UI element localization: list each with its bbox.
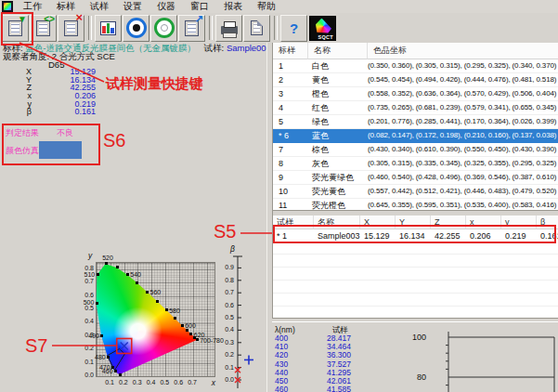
horizontal-separator	[272, 318, 558, 322]
tristimulus-label: Z	[0, 84, 32, 92]
menu-item[interactable]: 报表	[216, 0, 250, 13]
standard-id: 3	[273, 87, 308, 100]
tristimulus-label: β	[0, 108, 32, 116]
standard-row[interactable]: 7 棕色 (0.430, 0.340), (0.610, 0.390), (0.…	[273, 143, 558, 157]
diagram-label: 0.7	[218, 289, 234, 296]
diagram-label: 0.5	[80, 305, 94, 312]
filled-target-icon	[126, 18, 147, 38]
color-swatch	[39, 141, 82, 159]
standard-id: 1	[273, 59, 308, 72]
standard-row[interactable]: 8 灰色 (0.305, 0.315), (0.335, 0.345), (0.…	[273, 157, 558, 171]
print-preview-button[interactable]	[243, 15, 270, 42]
diagram-label: 0.4	[146, 379, 157, 386]
diagram-label: 540	[130, 271, 141, 279]
menu-item[interactable]: 窗口	[183, 0, 216, 13]
diagram-label: 0.1	[218, 364, 234, 372]
standard-row[interactable]: 5 绿色 (0.201, 0.776), (0.285, 0.441), (0.…	[273, 115, 558, 129]
locus-point	[126, 273, 129, 276]
diagram-label: 0.4	[80, 318, 94, 325]
standard-row[interactable]: 4 红色 (0.735, 0.265), (0.681, 0.239), (0.…	[273, 101, 558, 115]
diagram-label: 520	[102, 255, 113, 262]
standard-row[interactable]: * 6 蓝色 (0.082, 0.147), (0.172, 0.198), (…	[273, 129, 558, 143]
menu-item[interactable]: 设置	[116, 0, 149, 13]
diagram-label: 0.9	[218, 264, 234, 271]
delete-record-button[interactable]: ×	[58, 15, 84, 42]
standard-row[interactable]: 2 黄色 (0.545, 0.454), (0.494, 0.426), (0.…	[273, 73, 558, 87]
standard-name-cell: 棕色	[308, 143, 368, 156]
col-name: 名称	[308, 43, 368, 59]
standard-navigate-button[interactable]: <>	[30, 15, 57, 42]
diagram-label: 0.3	[80, 332, 94, 339]
sqct-button[interactable]: SQCT	[309, 16, 336, 41]
standard-id: 9	[273, 171, 308, 184]
locus-point	[189, 333, 192, 335]
diagram-label: 0.8	[218, 277, 234, 284]
locus-point	[181, 324, 184, 327]
spectral-chart	[272, 320, 558, 392]
help-button[interactable]: ?	[280, 15, 307, 42]
standard-name-cell: 荧光黄色	[308, 185, 368, 198]
locus-point	[119, 373, 122, 376]
export-button[interactable]: ↗	[178, 15, 205, 42]
standard-id: 4	[273, 101, 308, 114]
diagram-label: 0.2	[218, 351, 234, 359]
annotation-shortcut-text: 试样测量快捷键	[106, 75, 203, 93]
cross-icon: ×	[75, 13, 83, 22]
standard-row[interactable]: 3 橙色 (0.558, 0.352), (0.636, 0.364), (0.…	[273, 87, 558, 101]
locus-point	[174, 317, 176, 320]
standard-id: 8	[273, 157, 308, 170]
annotation-s7: S7	[25, 335, 47, 357]
print-button[interactable]	[215, 15, 242, 42]
diagram-label: β	[230, 245, 235, 253]
locus-point	[196, 338, 199, 341]
locus-point	[96, 302, 98, 305]
menu-item[interactable]: 仪器	[149, 0, 183, 13]
sce-mode-button[interactable]	[150, 15, 177, 42]
tristimulus-value: 0.161	[32, 108, 98, 116]
locus-point	[97, 273, 99, 276]
diagram-label: 0.0	[80, 372, 94, 379]
annotation-box-sample-row	[273, 225, 556, 243]
locus-point	[136, 281, 138, 284]
standard-id: 10	[273, 185, 308, 198]
menu-item[interactable]: 工作	[16, 0, 49, 13]
diagram-label: x	[212, 379, 215, 386]
standard-row[interactable]: 10 荧光黄色 (0.557, 0.442), (0.512, 0.421), …	[273, 185, 558, 199]
standard-coords: (0.082, 0.147), (0.172, 0.198), (0.210, …	[368, 129, 558, 142]
diagram-label: 0.8	[80, 265, 94, 272]
standards-table: 标样 名称 色品坐标 1 白色 (0.350, 0.360), (0.305, …	[273, 43, 558, 213]
question-mark-icon: ?	[290, 21, 298, 35]
standard-name-cell: 荧光黄绿色	[308, 171, 368, 184]
open-target-icon	[154, 18, 175, 38]
tristimulus-label: x	[0, 92, 32, 100]
standards-table-header: 标样 名称 色品坐标	[273, 43, 558, 59]
locus-point	[146, 291, 149, 294]
diagram-label: 0.0	[218, 376, 234, 384]
standard-id: * 6	[273, 129, 308, 142]
diagram-label: 580	[169, 307, 180, 315]
menu-item[interactable]: 试样	[83, 0, 116, 13]
annotation-s6: S6	[103, 130, 125, 151]
app-window: 工作标样试样设置仪器窗口报表帮助 ▼ <> × ↗	[0, 0, 558, 392]
locus-point	[114, 370, 117, 372]
color-gamut-icon	[316, 19, 331, 33]
col-coords: 色品坐标	[368, 43, 558, 59]
standard-coords: (0.305, 0.315), (0.335, 0.345), (0.325, …	[368, 157, 558, 170]
spectral-panel: λ(nm) 试样 400 28.417 410 34.464 420 36.30…	[272, 320, 558, 392]
sci-mode-button[interactable]	[123, 15, 149, 42]
judgment-value: 不良	[57, 127, 73, 139]
standard-row[interactable]: 9 荧光黄绿色 (0.460, 0.540), (0.428, 0.496), …	[273, 171, 558, 185]
standard-name-cell: 白色	[308, 59, 368, 72]
diagram-label: 470	[97, 364, 110, 372]
standard-id: 7	[273, 143, 308, 156]
standard-row[interactable]: 1 白色 (0.350, 0.360), (0.305, 0.315), (0.…	[273, 59, 558, 73]
chart-view-button[interactable]	[95, 15, 122, 42]
standard-coords: (0.460, 0.540), (0.428, 0.496), (0.369, …	[368, 171, 558, 184]
menu-item[interactable]: 帮助	[250, 0, 283, 13]
sqct-label: SQCT	[318, 34, 333, 40]
color-simulation-label: 颜色仿真	[6, 145, 39, 157]
sample-name: Sample003	[227, 43, 271, 53]
standard-coords: (0.557, 0.442), (0.512, 0.421), (0.446, …	[368, 185, 558, 198]
toolbar-separator	[209, 16, 213, 40]
diagram-label: 0.7	[80, 278, 94, 285]
